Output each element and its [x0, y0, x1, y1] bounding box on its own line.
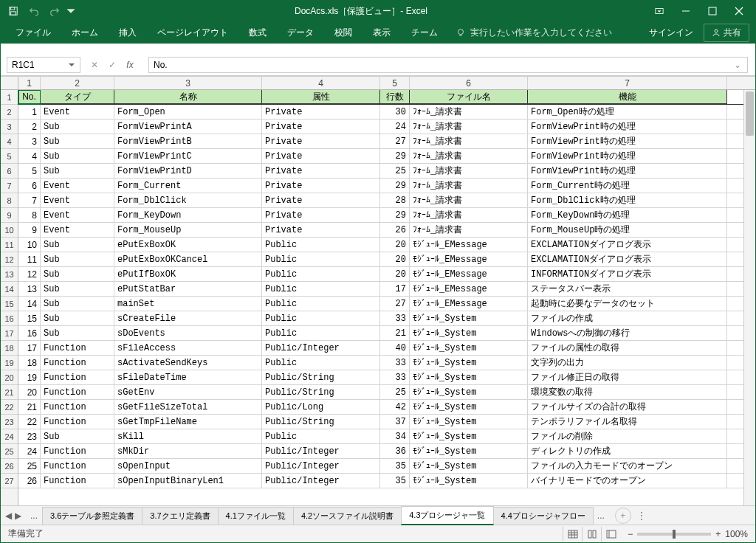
cell[interactable]: Private [262, 164, 380, 178]
cell[interactable]: 30 [380, 105, 410, 119]
cell[interactable]: Sub [41, 134, 114, 148]
cell[interactable]: Event [41, 179, 114, 193]
cell[interactable]: INFORMATIONダイアログ表示 [528, 267, 727, 281]
table-header-cell[interactable]: No. [18, 90, 41, 104]
cell[interactable]: Public [262, 238, 380, 252]
cell[interactable]: 10 [18, 238, 41, 252]
tab-insert[interactable]: 挿入 [110, 22, 145, 44]
cell[interactable]: 42 [380, 400, 410, 414]
tab-nav-next-icon[interactable]: ▶ [15, 511, 21, 521]
tab-nav-prev-icon[interactable]: ◀ [5, 511, 12, 521]
sheet-tab[interactable]: 4.2ソースファイル説明書 [293, 507, 402, 525]
cell[interactable]: Sub [41, 238, 114, 252]
minimize-icon[interactable] [673, 1, 699, 21]
cell[interactable]: Public [262, 326, 380, 340]
zoom-in-button[interactable]: + [715, 529, 721, 539]
cell[interactable]: 28 [380, 193, 410, 207]
cell[interactable]: 17 [380, 282, 410, 296]
cancel-formula-icon[interactable]: ✕ [88, 60, 101, 70]
cell[interactable]: FormViewPrint時の処理 [528, 120, 727, 134]
table-row[interactable]: 4SubFormViewPrintCPrivate29ﾌｫｰﾑ_請求書FormV… [18, 149, 755, 164]
cell[interactable]: 23 [18, 429, 41, 443]
cell[interactable]: Function [41, 444, 114, 458]
cell[interactable]: 36 [380, 444, 410, 458]
cell[interactable]: Function [41, 400, 114, 414]
cell[interactable]: Event [41, 223, 114, 237]
cell[interactable]: 34 [380, 429, 410, 443]
cell[interactable]: ﾓｼﾞｭｰﾙ_EMessage [410, 282, 528, 296]
cell[interactable]: ステータスバー表示 [528, 282, 727, 296]
table-row[interactable]: 6EventForm_CurrentPrivate29ﾌｫｰﾑ_請求書Form_… [18, 179, 755, 193]
col-header[interactable]: 7 [528, 77, 727, 89]
cell[interactable]: ファイルの作成 [528, 311, 727, 325]
cell[interactable]: ﾌｫｰﾑ_請求書 [410, 179, 528, 193]
cell[interactable]: 29 [380, 179, 410, 193]
cell[interactable]: 11 [18, 252, 41, 266]
cell[interactable]: ﾓｼﾞｭｰﾙ_System [410, 459, 528, 473]
undo-icon[interactable] [24, 2, 44, 20]
cell[interactable]: 13 [18, 282, 41, 296]
row-header[interactable]: 3 [1, 120, 18, 134]
cell[interactable]: 21 [18, 400, 41, 414]
cell[interactable]: 26 [380, 223, 410, 237]
cell[interactable]: ファイル修正日の取得 [528, 370, 727, 384]
cell[interactable]: Event [41, 193, 114, 207]
row-header[interactable]: 5 [1, 149, 18, 164]
row-header[interactable]: 18 [1, 341, 18, 356]
cell[interactable]: 16 [18, 326, 41, 340]
cell[interactable]: Sub [41, 120, 114, 134]
cell[interactable]: Private [262, 193, 380, 207]
cell[interactable]: 35 [380, 459, 410, 473]
tab-data[interactable]: データ [278, 22, 323, 44]
cell[interactable]: FormViewPrintA [114, 120, 262, 134]
cell[interactable]: Public/Integer [262, 474, 380, 488]
cell[interactable]: Public/Long [262, 400, 380, 414]
cell[interactable]: Sub [41, 282, 114, 296]
cell[interactable]: Public [262, 356, 380, 370]
col-header[interactable]: 2 [41, 77, 114, 89]
cell[interactable]: 35 [380, 474, 410, 488]
cell[interactable]: Form_Current時の処理 [528, 179, 727, 193]
cell[interactable]: 起動時に必要なデータのセット [528, 297, 727, 311]
cell[interactable]: FormViewPrint時の処理 [528, 134, 727, 148]
save-icon[interactable] [4, 2, 23, 20]
cell[interactable]: ﾓｼﾞｭｰﾙ_System [410, 326, 528, 340]
tab-review[interactable]: 校閲 [326, 22, 361, 44]
sheet-tab[interactable]: 3.6テーブル参照定義書 [42, 507, 142, 525]
cell[interactable]: Form_DblClick時の処理 [528, 193, 727, 207]
table-row[interactable]: 20FunctionsGetEnvPublic/String25ﾓｼﾞｭｰﾙ_S… [18, 385, 755, 400]
zoom-value[interactable]: 100% [725, 529, 748, 539]
redo-icon[interactable] [45, 2, 64, 20]
sheet-tab[interactable]: 3.7クエリ定義書 [142, 507, 218, 525]
page-layout-view-icon[interactable] [582, 527, 601, 542]
table-row[interactable]: 1EventForm_OpenPrivate30ﾌｫｰﾑ_請求書Form_Ope… [18, 105, 755, 120]
row-header[interactable]: 27 [1, 474, 18, 488]
cell[interactable]: 18 [18, 356, 41, 370]
cell[interactable]: 17 [18, 341, 41, 355]
cell[interactable]: Windowsへの制御の移行 [528, 326, 727, 340]
cell[interactable]: EXCLAMATIONダイアログ表示 [528, 252, 727, 266]
cell[interactable]: sActivateSendKeys [114, 356, 262, 370]
cell[interactable]: 37 [380, 415, 410, 429]
cell[interactable]: 20 [18, 385, 41, 399]
row-header[interactable]: 12 [1, 252, 18, 267]
cell[interactable]: EXCLAMATIONダイアログ表示 [528, 238, 727, 252]
row-header[interactable]: 11 [1, 238, 18, 252]
cell[interactable]: バイナリモードでのオープン [528, 474, 727, 488]
cell[interactable]: 7 [18, 193, 41, 207]
sheet-tab[interactable]: 4.4プロシージャフロー [493, 507, 594, 525]
cell[interactable]: 25 [18, 459, 41, 473]
cell[interactable]: 26 [18, 474, 41, 488]
vertical-scrollbar[interactable] [743, 90, 755, 505]
cell[interactable]: ePutExBoxOKCancel [114, 252, 262, 266]
row-header[interactable]: 21 [1, 385, 18, 400]
sheet-tab[interactable]: 4.1ファイル一覧 [218, 507, 294, 525]
cell[interactable]: Form_KeyDown時の処理 [528, 208, 727, 222]
cell[interactable]: Private [262, 223, 380, 237]
tab-file[interactable]: ファイル [7, 22, 60, 44]
cell[interactable]: sOpenInput [114, 459, 262, 473]
row-header[interactable]: 23 [1, 415, 18, 429]
sheet-tab[interactable]: 4.3プロシージャ一覧 [401, 506, 493, 525]
page-break-view-icon[interactable] [601, 527, 620, 542]
cell[interactable]: 22 [18, 415, 41, 429]
